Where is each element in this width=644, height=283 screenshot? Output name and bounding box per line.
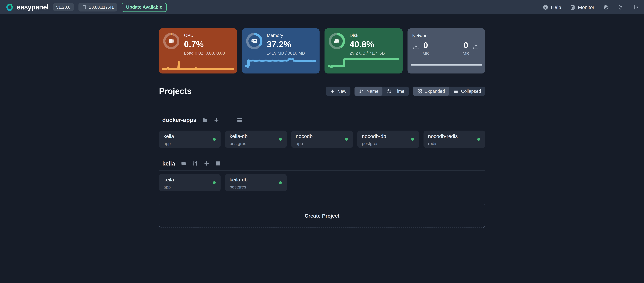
- project-groups: docker-apps: [159, 116, 485, 191]
- theme-sun-icon[interactable]: [618, 4, 624, 10]
- status-dot: [213, 138, 216, 140]
- cpu-title: CPU: [184, 33, 225, 38]
- cpu-card: CPU 0.7% Load 0.02, 0.03, 0.00: [159, 28, 237, 74]
- service-card[interactable]: nocodb app: [291, 130, 353, 148]
- upload-value: 0: [464, 40, 468, 50]
- disk-card: Disk 40.8% 29.2 GB / 71.7 GB: [324, 28, 402, 74]
- cpu-sparkline: [162, 55, 234, 70]
- sort-by-time-button[interactable]: Time: [382, 87, 408, 96]
- create-project-button[interactable]: Create Project: [159, 204, 485, 228]
- top-nav: easypanel v1.28.0 23.88.117.41 Update Av…: [0, 0, 644, 14]
- monitor-button[interactable]: Monitor: [570, 4, 594, 10]
- service-name: keila: [164, 134, 216, 140]
- upload-icon: [472, 40, 479, 56]
- memory-title: Memory: [267, 33, 305, 38]
- project-name[interactable]: docker-apps: [162, 116, 196, 123]
- lifebuoy-icon: [543, 4, 548, 10]
- add-service-plus-icon[interactable]: [204, 160, 210, 166]
- service-card[interactable]: keila-db postgres: [225, 174, 287, 191]
- service-name: nocodb-db: [362, 134, 414, 140]
- grid-icon: [417, 88, 422, 94]
- service-name: nocodb: [296, 134, 348, 140]
- disk-usage: 29.2 GB / 71.7 GB: [350, 50, 385, 55]
- sort-alpha-down-icon: A Z: [359, 88, 364, 94]
- service-card[interactable]: nocodb-redis redis: [424, 130, 485, 148]
- status-dot: [279, 138, 282, 140]
- easypanel-logo-icon: [5, 3, 14, 12]
- stats-row: CPU 0.7% Load 0.02, 0.03, 0.00: [159, 28, 485, 74]
- brand-name: easypanel: [17, 3, 48, 11]
- projects-toolbar: New A Z Name: [326, 87, 485, 96]
- memory-sparkline: [245, 55, 316, 70]
- service-type: redis: [428, 141, 481, 146]
- settings-gear-icon[interactable]: [603, 4, 609, 10]
- service-type: app: [164, 184, 216, 190]
- projects-header: Projects New: [159, 86, 485, 96]
- memory-value: 37.2%: [267, 39, 305, 49]
- brand[interactable]: easypanel: [5, 3, 48, 12]
- layout-template-icon[interactable]: [215, 160, 221, 166]
- folder-open-icon[interactable]: [202, 117, 208, 123]
- plus-icon: [330, 89, 335, 94]
- service-type: postgres: [230, 141, 282, 146]
- disk-sparkline: [328, 55, 399, 70]
- bars-arrow-down-icon: [387, 88, 392, 94]
- status-dot: [345, 138, 348, 140]
- logout-icon[interactable]: [633, 4, 639, 10]
- project-group: docker-apps: [159, 116, 485, 148]
- service-card[interactable]: keila app: [159, 174, 220, 191]
- network-sparkline: [410, 55, 482, 70]
- service-grid: keila app keila-db postgres nocodb app n…: [159, 130, 485, 148]
- view-toggle: Expanded Collapsed: [412, 87, 485, 96]
- clipboard-icon: [82, 4, 87, 10]
- download-icon: [412, 40, 419, 56]
- cpu-load: Load 0.02, 0.03, 0.00: [184, 50, 225, 55]
- folder-open-icon[interactable]: [181, 160, 186, 166]
- status-dot: [478, 138, 480, 140]
- network-upload: 0 MB: [463, 40, 479, 56]
- disk-value: 40.8%: [350, 39, 385, 49]
- version-badge: v1.28.0: [53, 4, 74, 11]
- help-button[interactable]: Help: [543, 4, 561, 10]
- add-service-plus-icon[interactable]: [225, 117, 231, 123]
- sliders-icon[interactable]: [192, 160, 198, 166]
- service-type: app: [296, 141, 348, 146]
- network-download: 0 MB: [412, 40, 429, 56]
- app-root: easypanel v1.28.0 23.88.117.41 Update Av…: [0, 0, 644, 283]
- update-available-button[interactable]: Update Available: [122, 2, 167, 12]
- service-grid: keila app keila-db postgres: [159, 174, 485, 191]
- service-type: postgres: [362, 141, 414, 146]
- service-type: postgres: [230, 184, 282, 190]
- new-project-button[interactable]: New: [326, 87, 350, 96]
- service-card[interactable]: nocodb-db postgres: [358, 130, 419, 148]
- view-collapsed-button[interactable]: Collapsed: [449, 87, 485, 96]
- list-rows-icon: [453, 88, 458, 94]
- project-name[interactable]: keila: [162, 160, 175, 167]
- memory-gauge: [246, 33, 262, 49]
- service-card[interactable]: keila-db postgres: [225, 130, 287, 148]
- status-dot: [213, 181, 216, 184]
- sliders-icon[interactable]: [214, 117, 220, 123]
- project-group: keila: [159, 160, 485, 191]
- svg-text:A: A: [362, 89, 363, 91]
- memory-card: Memory 37.2% 1419 MB / 3816 MB: [242, 28, 320, 74]
- server-ip-badge[interactable]: 23.88.117.41: [78, 3, 117, 12]
- cpu-gauge: [163, 33, 180, 49]
- download-value: 0: [424, 40, 428, 50]
- network-title: Network: [412, 32, 481, 38]
- sort-by-name-button[interactable]: A Z Name: [354, 87, 382, 96]
- svg-text:Z: Z: [362, 91, 363, 94]
- sort-toggle: A Z Name: [354, 87, 408, 96]
- view-expanded-button[interactable]: Expanded: [412, 87, 449, 96]
- layout-template-icon[interactable]: [237, 117, 242, 123]
- disk-gauge: [329, 33, 345, 49]
- cpu-chip-icon: [163, 33, 180, 49]
- status-dot: [411, 138, 414, 140]
- group-divider: [159, 170, 485, 171]
- service-card[interactable]: keila app: [159, 130, 220, 148]
- status-dot: [279, 181, 282, 184]
- page-title: Projects: [159, 86, 192, 96]
- monitor-chart-icon: [570, 4, 576, 10]
- service-name: keila-db: [230, 134, 282, 140]
- group-divider: [159, 127, 485, 127]
